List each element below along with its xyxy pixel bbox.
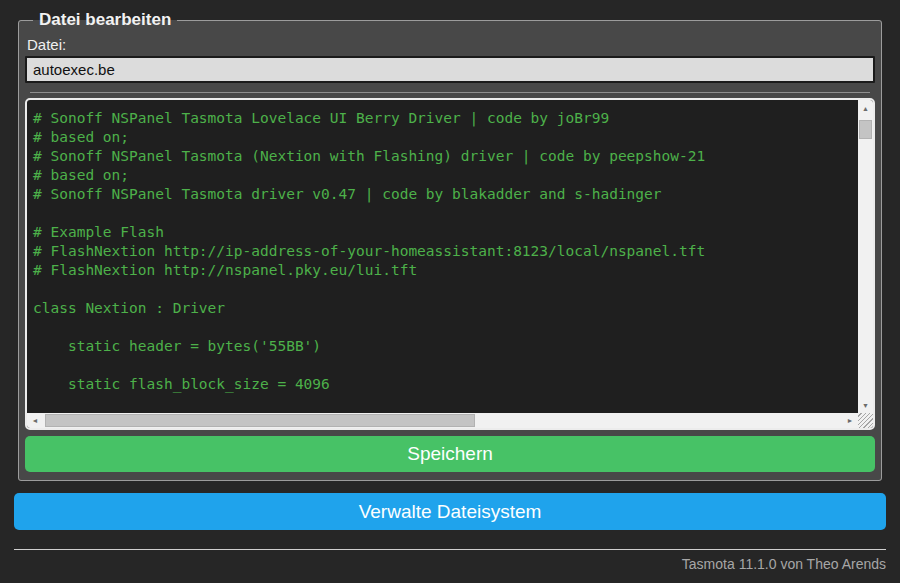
page: { "editor_form": { "legend": "Datei bear… [0, 0, 900, 583]
form-divider [30, 92, 870, 93]
edit-file-panel: Datei bearbeiten Datei: # Sonoff NSPanel… [18, 10, 882, 481]
scroll-down-icon[interactable]: ▼ [858, 398, 873, 412]
footer-text: Tasmota 11.1.0 von Theo Arends [14, 556, 886, 572]
horizontal-scrollbar-thumb[interactable] [45, 414, 475, 427]
panel-title: Datei bearbeiten [33, 10, 177, 30]
horizontal-scrollbar[interactable]: ◄ ► [27, 413, 858, 428]
vertical-scrollbar-thumb[interactable] [859, 120, 872, 139]
manage-filesystem-button[interactable]: Verwalte Dateisystem [14, 493, 886, 530]
file-name-input[interactable] [25, 56, 875, 83]
scroll-right-icon[interactable]: ► [843, 413, 857, 428]
scroll-up-icon[interactable]: ▲ [858, 101, 873, 115]
main-container: Datei bearbeiten Datei: # Sonoff NSPanel… [14, 10, 886, 572]
footer-divider [14, 549, 886, 550]
vertical-scrollbar[interactable]: ▲ ▼ [858, 100, 873, 413]
file-label: Datei: [27, 36, 875, 53]
save-button[interactable]: Speichern [25, 436, 875, 472]
scroll-left-icon[interactable]: ◄ [28, 413, 42, 428]
resize-grip-icon[interactable] [858, 413, 873, 428]
code-content[interactable]: # Sonoff NSPanel Tasmota Lovelace UI Ber… [27, 100, 873, 394]
code-editor-textarea[interactable]: # Sonoff NSPanel Tasmota Lovelace UI Ber… [25, 98, 875, 430]
